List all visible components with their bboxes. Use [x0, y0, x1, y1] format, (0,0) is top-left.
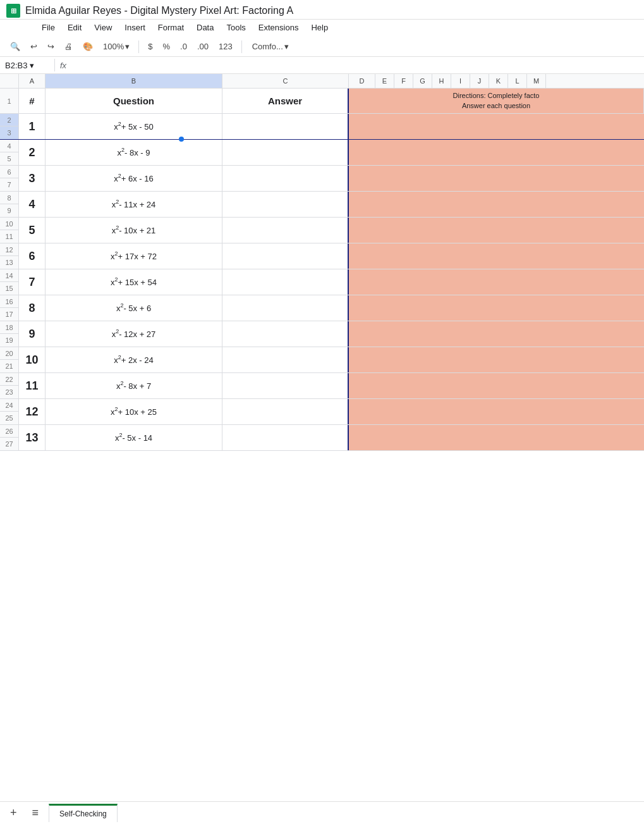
- menu-insert[interactable]: Insert: [119, 21, 150, 34]
- cell-b14[interactable]: x2 + 15x + 54: [46, 269, 222, 295]
- cell-a20[interactable]: 10: [19, 347, 46, 372]
- cell-d20: [349, 347, 644, 372]
- row-num-1: 1: [0, 89, 19, 113]
- col-header-b[interactable]: B: [46, 74, 222, 88]
- col-header-h[interactable]: H: [432, 74, 451, 88]
- row-num-22: 22: [0, 373, 19, 386]
- col-header-k[interactable]: K: [489, 74, 508, 88]
- formula-input[interactable]: fx: [60, 61, 639, 70]
- zoom-dropdown-icon: ▾: [125, 42, 130, 51]
- decimal-inc-btn[interactable]: .00: [193, 39, 212, 54]
- cell-b8[interactable]: x2 - 11x + 24: [46, 192, 222, 217]
- cell-ref-dropdown[interactable]: ▾: [30, 61, 34, 70]
- cell-reference[interactable]: B2:B3 ▾: [5, 61, 49, 70]
- col-header-a[interactable]: A: [19, 74, 46, 88]
- cell-a2[interactable]: 1: [19, 114, 46, 139]
- cell-b6[interactable]: x2 + 6x - 16: [46, 166, 222, 191]
- toolbar-separator-1: [138, 40, 139, 53]
- cell-a24[interactable]: 12: [19, 399, 46, 424]
- cell-c2[interactable]: [222, 114, 349, 139]
- col-header-l[interactable]: L: [508, 74, 527, 88]
- menu-extensions[interactable]: Extensions: [253, 21, 304, 34]
- col-header-j[interactable]: J: [470, 74, 489, 88]
- cell-c1[interactable]: Answer: [222, 89, 349, 113]
- table-row: 2 3 1 x2 + 5x - 50: [0, 114, 644, 140]
- cell-d26: [349, 425, 644, 450]
- cell-a1[interactable]: #: [19, 89, 46, 113]
- col-header-e[interactable]: E: [375, 74, 394, 88]
- row-num-21: 21: [0, 360, 19, 372]
- col-header-i[interactable]: I: [451, 74, 470, 88]
- cell-a4[interactable]: 2: [19, 140, 46, 165]
- cell-c26[interactable]: [222, 425, 349, 450]
- cell-a16[interactable]: 8: [19, 295, 46, 321]
- cell-c12[interactable]: [222, 243, 349, 269]
- menu-file[interactable]: File: [37, 21, 60, 34]
- cell-b16[interactable]: x2 - 5x + 6: [46, 295, 222, 321]
- cell-d14: [349, 269, 644, 295]
- row-num-24: 24: [0, 399, 19, 412]
- add-sheet-button[interactable]: +: [5, 804, 22, 822]
- cell-c22[interactable]: [222, 373, 349, 398]
- cell-b10[interactable]: x2 - 10x + 21: [46, 218, 222, 243]
- zoom-selector[interactable]: 100% ▾: [99, 40, 133, 53]
- row-num-10: 10: [0, 218, 19, 230]
- cell-b18[interactable]: x2 - 12x + 27: [46, 321, 222, 347]
- undo-btn[interactable]: ↩: [27, 39, 41, 54]
- cell-c6[interactable]: [222, 166, 349, 191]
- row-num-7: 7: [0, 178, 19, 191]
- cell-b12[interactable]: x2 + 17x + 72: [46, 243, 222, 269]
- cell-c10[interactable]: [222, 218, 349, 243]
- print-btn[interactable]: 🖨: [61, 39, 76, 54]
- percent-btn[interactable]: %: [159, 39, 174, 54]
- cell-a18[interactable]: 9: [19, 321, 46, 347]
- row-num-13: 13: [0, 256, 19, 269]
- sheet-tab-self-checking[interactable]: Self-Checking: [49, 804, 118, 822]
- col-header-f[interactable]: F: [394, 74, 413, 88]
- font-selector[interactable]: Comfo... ▾: [247, 40, 294, 53]
- decimal-dec-btn[interactable]: .0: [176, 39, 191, 54]
- corner-header: [0, 74, 19, 88]
- menu-format[interactable]: Format: [153, 21, 189, 34]
- cell-a12[interactable]: 6: [19, 243, 46, 269]
- menu-data[interactable]: Data: [191, 21, 219, 34]
- cell-c20[interactable]: [222, 347, 349, 372]
- col-header-c[interactable]: C: [222, 74, 349, 88]
- cell-b4[interactable]: x2 - 8x - 9: [46, 140, 222, 165]
- currency-btn[interactable]: $: [144, 39, 156, 54]
- col-header-g[interactable]: G: [413, 74, 432, 88]
- formula-bar: B2:B3 ▾ fx: [0, 57, 644, 74]
- cell-b1[interactable]: Question: [46, 89, 222, 113]
- format-123-btn[interactable]: 123: [215, 39, 236, 54]
- cell-c16[interactable]: [222, 295, 349, 321]
- cell-b26[interactable]: x2 - 5x - 14: [46, 425, 222, 450]
- col-header-m[interactable]: M: [527, 74, 546, 88]
- cell-a14[interactable]: 7: [19, 269, 46, 295]
- col-header-d[interactable]: D: [349, 74, 375, 88]
- menu-help[interactable]: Help: [306, 21, 333, 34]
- cell-a22[interactable]: 11: [19, 373, 46, 398]
- paint-format-btn[interactable]: 🎨: [79, 39, 97, 54]
- row-num-26: 26: [0, 425, 19, 438]
- search-btn[interactable]: 🔍: [6, 39, 24, 54]
- cell-b2[interactable]: x2 + 5x - 50: [46, 114, 222, 139]
- cell-c18[interactable]: [222, 321, 349, 347]
- menu-edit[interactable]: Edit: [63, 21, 87, 34]
- row-num-3: 3: [0, 126, 19, 139]
- cell-c4[interactable]: [222, 140, 349, 165]
- cell-a8[interactable]: 4: [19, 192, 46, 217]
- cell-b24[interactable]: x2 + 10x + 25: [46, 399, 222, 424]
- cell-a6[interactable]: 3: [19, 166, 46, 191]
- cell-b20[interactable]: x2 + 2x - 24: [46, 347, 222, 372]
- cell-a10[interactable]: 5: [19, 218, 46, 243]
- cell-c8[interactable]: [222, 192, 349, 217]
- menu-view[interactable]: View: [89, 21, 117, 34]
- cell-c14[interactable]: [222, 269, 349, 295]
- cell-a26[interactable]: 13: [19, 425, 46, 450]
- cell-c24[interactable]: [222, 399, 349, 424]
- row-num-2: 2: [0, 114, 19, 126]
- menu-tools[interactable]: Tools: [221, 21, 250, 34]
- cell-b22[interactable]: x2 - 8x + 7: [46, 373, 222, 398]
- redo-btn[interactable]: ↪: [44, 39, 58, 54]
- sheet-menu-button[interactable]: ≡: [27, 804, 44, 822]
